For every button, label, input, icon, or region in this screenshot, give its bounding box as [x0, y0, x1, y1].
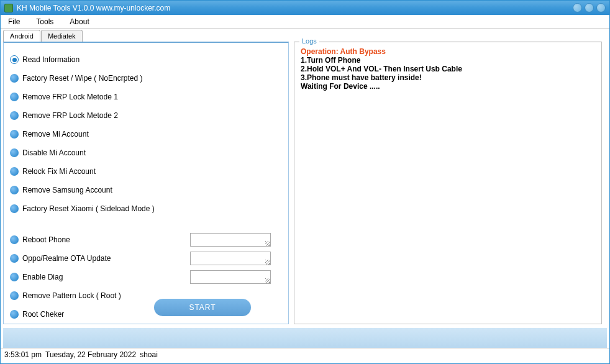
option-row[interactable]: Reboot Phone	[10, 230, 283, 249]
progress-bar-area	[3, 328, 607, 348]
option-label: Disable Mi Account	[22, 148, 283, 157]
option-label: Remove Samsung Account	[22, 186, 283, 194]
radio-icon[interactable]	[10, 273, 19, 281]
radio-icon[interactable]	[10, 254, 19, 263]
option-row[interactable]: Factory Reset / Wipe ( NoEncrpted )	[10, 69, 283, 88]
option-row[interactable]: Read Information	[10, 50, 283, 69]
window-title: KH Mobile Tools V1.0.0 www.my-unlocker.c…	[17, 4, 170, 12]
radio-icon[interactable]	[10, 148, 19, 157]
maximize-button[interactable]	[585, 3, 594, 12]
logs-panel: Logs Operation: Auth Bypass 1.Turn Off P…	[294, 42, 602, 324]
option-row[interactable]: Enable Diag	[10, 268, 283, 286]
window-titlebar: KH Mobile Tools V1.0.0 www.my-unlocker.c…	[1, 1, 609, 15]
option-input[interactable]	[190, 233, 271, 247]
radio-icon[interactable]	[10, 310, 19, 319]
option-label: Remove Mi Account	[22, 130, 283, 139]
radio-icon[interactable]	[10, 130, 19, 139]
option-input-wrap	[190, 270, 271, 284]
option-label: Oppo/Realme OTA Update	[22, 254, 190, 263]
main-content: Read InformationFactory Reset / Wipe ( N…	[1, 42, 609, 324]
log-step-3: 3.Phone must have battery inside!	[301, 73, 595, 82]
radio-icon[interactable]	[10, 291, 19, 300]
window-controls	[573, 3, 606, 12]
menu-tools[interactable]: Tools	[34, 16, 56, 27]
menu-bar: File Tools About	[1, 15, 609, 29]
radio-icon[interactable]	[10, 186, 19, 194]
start-button[interactable]: START	[154, 299, 251, 316]
minimize-button[interactable]	[573, 3, 582, 12]
option-label: Factory Reset / Wipe ( NoEncrpted )	[22, 74, 283, 83]
option-label: Reboot Phone	[22, 235, 190, 244]
option-label: Remove FRP Lock Metode 2	[22, 111, 283, 120]
option-row[interactable]: Relock Fix Mi Account	[10, 162, 283, 181]
log-operation: Operation: Auth Bypass	[301, 47, 595, 56]
option-row[interactable]: Remove Mi Account	[10, 125, 283, 143]
menu-about[interactable]: About	[67, 16, 91, 27]
radio-icon[interactable]	[10, 74, 19, 83]
radio-icon[interactable]	[10, 235, 19, 244]
option-label: Enable Diag	[22, 273, 190, 281]
option-input-wrap	[190, 233, 271, 247]
radio-icon[interactable]	[10, 93, 19, 101]
option-input[interactable]	[190, 252, 271, 265]
close-button[interactable]	[596, 3, 606, 12]
radio-icon[interactable]	[10, 167, 19, 176]
option-row[interactable]: Remove FRP Lock Metode 2	[10, 106, 283, 125]
status-user: shoai	[140, 350, 158, 360]
logs-panel-container: Logs Operation: Auth Bypass 1.Turn Off P…	[289, 42, 607, 324]
option-label: Factory Reset Xiaomi ( Sideload Mode )	[22, 204, 283, 213]
status-time: 3:53:01 pm	[4, 350, 42, 360]
log-step-2: 2.Hold VOL+ And VOL- Then Insert Usb Cab…	[301, 65, 595, 73]
log-step-1: 1.Turn Off Phone	[301, 56, 595, 65]
menu-file[interactable]: File	[6, 16, 22, 27]
log-waiting: Waiting For Device .....	[301, 82, 595, 91]
status-bar: 3:53:01 pm Tuesday, 22 February 2022 sho…	[1, 348, 609, 362]
operations-panel: Read InformationFactory Reset / Wipe ( N…	[3, 42, 289, 324]
options-list: Read InformationFactory Reset / Wipe ( N…	[10, 50, 283, 324]
option-row[interactable]: Disable Mi Account	[10, 143, 283, 162]
option-label: Read Information	[22, 55, 283, 64]
status-date: Tuesday, 22 February 2022	[45, 350, 136, 360]
radio-icon[interactable]	[10, 204, 19, 213]
tab-mediatek[interactable]: Mediatek	[41, 30, 83, 42]
option-row[interactable]: Remove FRP Lock Metode 1	[10, 88, 283, 106]
option-row[interactable]: Factory Reset Xiaomi ( Sideload Mode )	[10, 199, 283, 218]
option-label: Remove FRP Lock Metode 1	[22, 93, 283, 101]
radio-icon[interactable]	[10, 111, 19, 120]
app-icon	[4, 4, 13, 12]
option-input-wrap	[190, 252, 271, 265]
option-input[interactable]	[190, 270, 271, 284]
option-label: Relock Fix Mi Account	[22, 167, 283, 176]
logs-legend: Logs	[299, 37, 319, 45]
tab-android[interactable]: Android	[3, 30, 40, 42]
option-row[interactable]: Remove Samsung Account	[10, 181, 283, 199]
option-row[interactable]: Oppo/Realme OTA Update	[10, 249, 283, 268]
radio-icon[interactable]	[10, 55, 19, 64]
